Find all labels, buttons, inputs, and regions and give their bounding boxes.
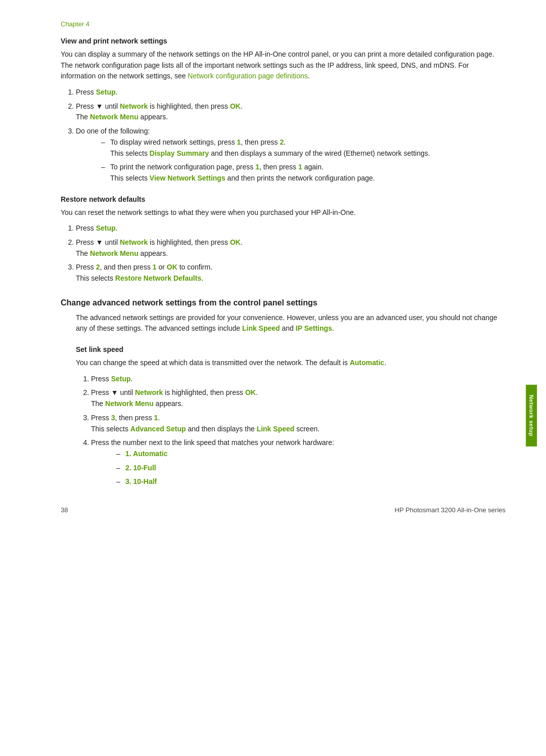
step-1-restore: Press Setup. (76, 223, 506, 234)
link-speed-highlight: Link Speed (242, 324, 280, 332)
page-content: Chapter 4 View and print network setting… (0, 0, 546, 529)
section-heading-view-print: View and print network settings (61, 37, 506, 45)
option-automatic: 1. Automatic (116, 449, 506, 460)
set-link-speed-heading: Set link speed (76, 345, 506, 353)
10-half-option: 3. 10-Half (125, 477, 157, 485)
step-2-link: Press ▼ until Network is highlighted, th… (91, 387, 506, 409)
steps-list-view-print: Press Setup. Press ▼ until Network is hi… (76, 87, 506, 184)
set-link-speed-intro: You can change the speed at which data i… (76, 358, 506, 369)
advanced-setup-highlight: Advanced Setup (130, 425, 186, 433)
page-number: 38 (61, 506, 68, 514)
section-advanced-network: Change advanced network settings from th… (61, 298, 506, 334)
ip-settings-highlight: IP Settings (296, 324, 332, 332)
setup-highlight-l1: Setup (111, 375, 131, 383)
restore-defaults-highlight: Restore Network Defaults (115, 274, 201, 282)
ok-restore: OK (167, 263, 177, 271)
display-summary-highlight: Display Summary (150, 149, 209, 157)
10-full-option: 2. 10-Full (125, 464, 156, 472)
press-1-link: 1 (154, 414, 158, 422)
automatic-option: 1. Automatic (125, 450, 168, 458)
press-2-restore: 2 (96, 263, 100, 271)
link-speed-options: 1. Automatic 2. 10-Full 3. 10-Half (116, 449, 506, 487)
chapter-label: Chapter 4 (61, 20, 506, 28)
network-highlight-r2: Network (120, 238, 148, 246)
section-heading-restore: Restore network defaults (61, 195, 506, 203)
step-2-restore: Press ▼ until Network is highlighted, th… (76, 237, 506, 259)
step-3-restore: Press 2, and then press 1 or OK to confi… (76, 262, 506, 284)
view-network-settings-highlight: View Network Settings (150, 174, 225, 182)
network-highlight-l2: Network (135, 388, 163, 396)
step-1-view-print: Press Setup. (76, 87, 506, 98)
press-3-link: 3 (111, 414, 115, 422)
press-1-highlight: 1 (237, 138, 241, 146)
setup-highlight-1: Setup (96, 88, 116, 96)
sub-steps-list: To display wired network settings, press… (101, 137, 506, 184)
option-10-full: 2. 10-Full (116, 463, 506, 474)
sub-step-1: To display wired network settings, press… (101, 137, 506, 159)
section-restore-network: Restore network defaults You can reset t… (61, 195, 506, 284)
set-link-speed-block: Set link speed You can change the speed … (76, 345, 506, 487)
ok-highlight-r2: OK (230, 238, 241, 246)
network-menu-highlight-r2: Network Menu (90, 249, 139, 257)
section-view-print: View and print network settings You can … (61, 37, 506, 184)
network-highlight-1: Network (120, 102, 148, 110)
sub-step-2: To print the network configuration page,… (101, 162, 506, 184)
network-menu-highlight-1: Network Menu (90, 113, 139, 121)
setup-highlight-r1: Setup (96, 224, 116, 232)
product-name: HP Photosmart 3200 All-in-One series (395, 506, 506, 514)
advanced-network-intro: The advanced network settings are provid… (76, 313, 506, 334)
step-1-link: Press Setup. (91, 374, 506, 385)
step-3-view-print: Do one of the following: To display wire… (76, 126, 506, 184)
network-config-link[interactable]: Network configuration page definitions (188, 72, 307, 80)
section-set-link-speed: Set link speed You can change the speed … (61, 345, 506, 487)
sidebar-tab: Network setup (526, 385, 537, 447)
ok-highlight-l2: OK (245, 388, 256, 396)
ok-highlight-1: OK (230, 102, 241, 110)
step-4-link: Press the number next to the link speed … (91, 437, 506, 487)
main-section-heading: Change advanced network settings from th… (61, 298, 506, 307)
press-1-restore: 1 (153, 263, 157, 271)
press-2-highlight: 2 (280, 138, 284, 146)
network-menu-highlight-l2: Network Menu (105, 399, 154, 408)
link-speed-screen-highlight: Link Speed (257, 425, 295, 433)
section-intro-restore: You can reset the network settings to wh… (61, 207, 506, 218)
footer: 38 HP Photosmart 3200 All-in-One series (0, 506, 546, 514)
step-3-link: Press 3, then press 1. This selects Adva… (91, 413, 506, 434)
automatic-highlight: Automatic (350, 359, 384, 367)
steps-list-link-speed: Press Setup. Press ▼ until Network is hi… (91, 374, 506, 487)
advanced-network-intro-block: The advanced network settings are provid… (76, 313, 506, 334)
steps-list-restore: Press Setup. Press ▼ until Network is hi… (76, 223, 506, 284)
step-2-view-print: Press ▼ until Network is highlighted, th… (76, 101, 506, 123)
press-1c-highlight: 1 (298, 163, 302, 171)
option-10-half: 3. 10-Half (116, 476, 506, 487)
section-intro-view-print: You can display a summary of the network… (61, 49, 506, 82)
press-1b-highlight: 1 (255, 163, 259, 171)
